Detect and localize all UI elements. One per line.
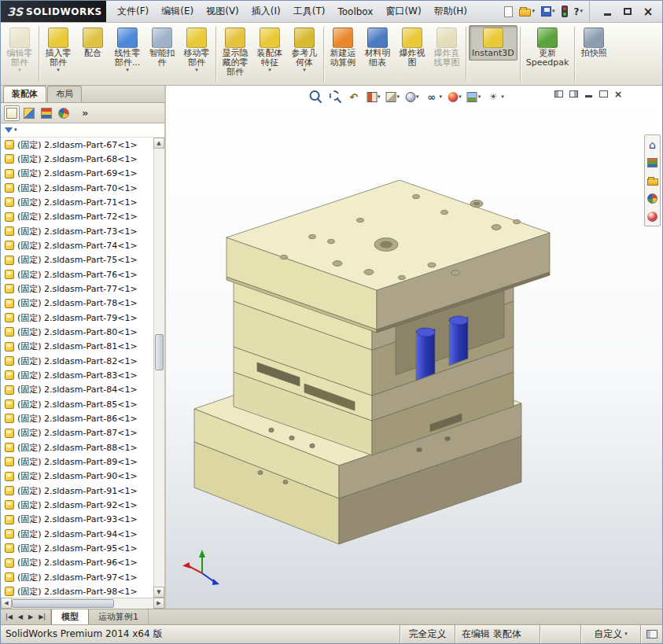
tree-item[interactable]: (固定) 2.sldasm-Part-95<1> (1, 541, 153, 555)
tree-item[interactable]: (固定) 2.sldasm-Part-85<1> (1, 397, 153, 411)
tree-item[interactable]: (固定) 2.sldasm-Part-72<1> (1, 210, 153, 224)
menu-窗口(W)[interactable]: 窗口(W) (379, 5, 427, 18)
tree-item[interactable]: (固定) 2.sldasm-Part-86<1> (1, 411, 153, 425)
tree-item[interactable]: (固定) 2.sldasm-Part-75<1> (1, 253, 153, 267)
tree-item[interactable]: (固定) 2.sldasm-Part-97<1> (1, 570, 153, 584)
section-view-button[interactable]: ▾ (366, 92, 381, 102)
edit-appearance-button[interactable]: ▾ (448, 92, 462, 102)
tab-布局[interactable]: 布局 (47, 86, 82, 102)
tree-item[interactable]: (固定) 2.sldasm-Part-81<1> (1, 340, 153, 354)
menu-Toolbox[interactable]: Toolbox (331, 6, 379, 17)
reference-geometry-button[interactable]: 参考几何体▾ (288, 25, 321, 75)
tree-item[interactable]: (固定) 2.sldasm-Part-77<1> (1, 282, 153, 296)
instant3d-button[interactable]: Instant3D (469, 25, 518, 61)
doc-pane-left-button[interactable] (552, 88, 565, 100)
tree-item[interactable]: (固定) 2.sldasm-Part-79<1> (1, 311, 153, 325)
model-3d[interactable] (166, 103, 662, 609)
new-motion-study-button[interactable]: 新建运动算例 (326, 25, 359, 70)
tree-item[interactable]: (固定) 2.sldasm-Part-80<1> (1, 325, 153, 339)
tree-item[interactable]: (固定) 2.sldasm-Part-90<1> (1, 469, 153, 484)
doc-pane-right-button[interactable] (567, 88, 580, 100)
close-button[interactable]: × (639, 5, 657, 19)
smart-fasteners-button[interactable]: 智能扣件 (145, 25, 179, 70)
tree-horizontal-scrollbar[interactable]: ◀ ▶ (1, 598, 164, 609)
tree-item[interactable]: (固定) 2.sldasm-Part-98<1> (1, 584, 153, 598)
tree-item[interactable]: (固定) 2.sldasm-Part-94<1> (1, 527, 153, 541)
take-snapshot-button[interactable]: 拍快照 (577, 25, 610, 61)
menu-编辑(E)[interactable]: 编辑(E) (155, 5, 200, 18)
tab-prev-button[interactable]: ◀ (17, 613, 24, 621)
tree-item[interactable]: (固定) 2.sldasm-Part-69<1> (1, 167, 153, 181)
doc-close-button[interactable]: × (612, 88, 624, 100)
zoom-fit-button[interactable] (308, 90, 322, 104)
hide-show-items-button[interactable]: ∞▾ (425, 90, 443, 104)
tab-运动算例1[interactable]: 运动算例1 (89, 609, 149, 624)
scroll-left-arrow[interactable]: ◀ (1, 598, 12, 609)
tab-first-button[interactable]: |◀ (4, 613, 14, 621)
horizontal-scroll-thumb[interactable] (12, 599, 114, 608)
insert-components-button[interactable]: 插入零部件▾ (42, 25, 75, 75)
view-orientation-button[interactable]: ▾ (386, 92, 400, 102)
propertymanager-icon[interactable] (21, 105, 37, 121)
scroll-up-arrow[interactable]: ▲ (153, 138, 164, 149)
exploded-view-button[interactable]: 爆炸视图 (396, 25, 429, 70)
tree-item[interactable]: (固定) 2.sldasm-Part-68<1> (1, 152, 153, 166)
help-button[interactable]: ?▾ (573, 5, 584, 19)
tree-item[interactable]: (固定) 2.sldasm-Part-93<1> (1, 513, 153, 527)
restore-button[interactable] (618, 5, 637, 19)
apply-scene-button[interactable]: ▾ (467, 92, 481, 102)
tree-item[interactable]: (固定) 2.sldasm-Part-74<1> (1, 238, 153, 252)
tree-item[interactable]: (固定) 2.sldasm-Part-84<1> (1, 383, 153, 397)
update-speedpak-button[interactable]: 更新Speedpak (523, 25, 573, 70)
save-button[interactable]: ▾ (540, 5, 557, 18)
open-button[interactable]: ▾ (518, 5, 536, 18)
tree-item[interactable]: (固定) 2.sldasm-Part-89<1> (1, 454, 153, 469)
new-document-button[interactable] (503, 5, 514, 19)
tab-模型[interactable]: 模型 (51, 609, 89, 624)
assembly-features-button[interactable]: 装配体特征▾ (253, 25, 286, 75)
tree-item[interactable]: (固定) 2.sldasm-Part-87<1> (1, 426, 153, 440)
design-library-button[interactable] (646, 156, 659, 169)
appearances-button[interactable] (646, 210, 659, 223)
linear-component-pattern-button[interactable]: 线性零部件...▾ (111, 25, 144, 75)
tree-item[interactable]: (固定) 2.sldasm-Part-83<1> (1, 368, 153, 382)
status-自定义[interactable]: 自定义▾ (580, 625, 640, 643)
tab-装配体[interactable]: 装配体 (3, 86, 46, 102)
doc-minimize-button[interactable] (582, 88, 595, 100)
tree-item[interactable]: (固定) 2.sldasm-Part-78<1> (1, 296, 153, 311)
tree-item[interactable]: (固定) 2.sldasm-Part-76<1> (1, 267, 153, 282)
tree-item[interactable]: (固定) 2.sldasm-Part-96<1> (1, 556, 153, 570)
minimize-button[interactable] (598, 5, 617, 19)
display-style-button[interactable]: ▾ (405, 92, 419, 102)
previous-view-button[interactable]: ↶ (347, 90, 361, 104)
tree-item[interactable]: (固定) 2.sldasm-Part-92<1> (1, 498, 153, 512)
tree-item[interactable]: (固定) 2.sldasm-Part-73<1> (1, 224, 153, 238)
tab-next-button[interactable]: ▶ (27, 613, 35, 621)
featuremanager-tree-icon[interactable] (4, 105, 20, 121)
tree-item[interactable]: (固定) 2.sldasm-Part-82<1> (1, 354, 153, 368)
doc-restore-button[interactable] (597, 88, 610, 100)
scroll-down-arrow[interactable]: ▼ (153, 587, 164, 598)
show-hidden-components-button[interactable]: 显示隐藏的零部件 (219, 25, 252, 79)
tree-item[interactable]: (固定) 2.sldasm-Part-70<1> (1, 181, 153, 195)
filter-icon[interactable]: ▾ (5, 127, 17, 133)
view-palette-button[interactable] (646, 192, 659, 205)
graphics-area[interactable]: ↶▾▾▾∞▾▾▾☀▾ × ⌂ (166, 86, 662, 609)
configurationmanager-icon[interactable] (39, 105, 54, 121)
zoom-area-button[interactable] (327, 90, 341, 104)
tab-last-button[interactable]: ▶| (37, 613, 47, 621)
move-component-button[interactable]: 移动零部件▾ (180, 25, 213, 75)
menu-帮助(H)[interactable]: 帮助(H) (428, 5, 473, 18)
tree-item[interactable]: (固定) 2.sldasm-Part-67<1> (1, 138, 153, 152)
status-pane-button[interactable] (640, 625, 662, 643)
resources-home-button[interactable]: ⌂ (646, 138, 659, 151)
mate-button[interactable]: 配合 (76, 25, 109, 61)
menu-文件(F)[interactable]: 文件(F) (111, 5, 155, 18)
menu-插入(I)[interactable]: 插入(I) (245, 5, 287, 18)
menu-视图(V)[interactable]: 视图(V) (200, 5, 245, 18)
menu-工具(T)[interactable]: 工具(T) (287, 5, 332, 18)
tree-vertical-scrollbar[interactable]: ▲ ▼ (153, 138, 164, 598)
vertical-scroll-thumb[interactable] (155, 334, 164, 370)
rebuild-button[interactable] (560, 4, 569, 19)
tree-item[interactable]: (固定) 2.sldasm-Part-71<1> (1, 195, 153, 209)
